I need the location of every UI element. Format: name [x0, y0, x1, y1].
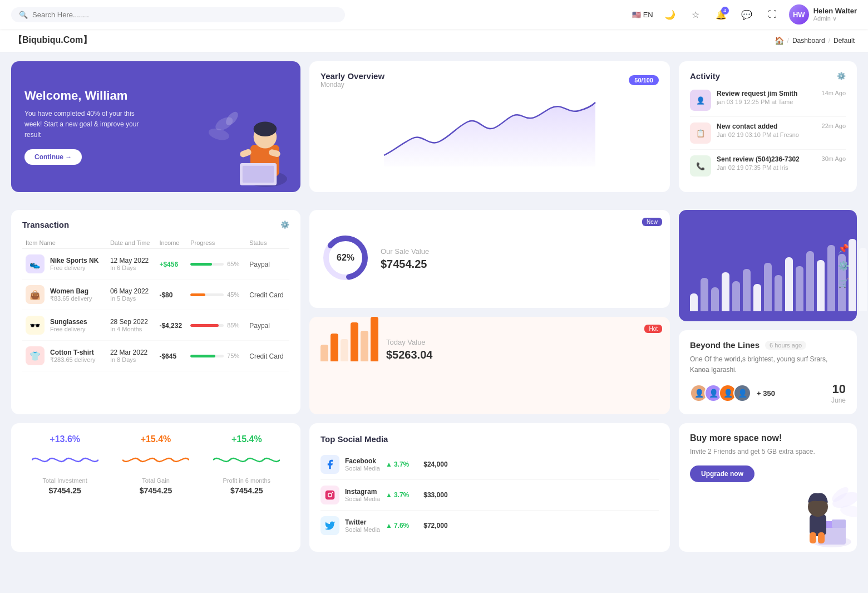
beyond-avatars: 👤 👤 👤 👤 — [690, 384, 751, 402]
continue-button[interactable]: Continue → — [24, 149, 82, 165]
row3: +13.6% Total Investment $7454.25 +15.4% … — [0, 423, 868, 561]
user-name: Helen Walter — [813, 7, 857, 15]
activity-thumb: 📞 — [690, 155, 711, 177]
tx-date: 06 May 2022 — [110, 287, 153, 295]
social-type: Social Media — [345, 526, 380, 533]
main-bar — [711, 287, 719, 311]
svg-rect-24 — [818, 532, 825, 543]
dark-mode-toggle[interactable]: 🌙 — [661, 6, 679, 23]
expand-button[interactable]: ⛶ — [763, 6, 781, 23]
tx-sub: ₹283.65 delivery — [50, 356, 96, 364]
activity-list: 👤 Review request jim Smith jan 03 19 12:… — [690, 84, 846, 182]
social-list: Facebook Social Media ▲3.7% $24,000 Inst… — [320, 449, 659, 541]
buy-space-card: Buy more space now! Invite 2 Friends and… — [679, 423, 857, 552]
table-row: 👕 Cotton T-shirt ₹283.65 delivery 22 Mar… — [22, 341, 289, 371]
breadcrumb-dashboard[interactable]: Dashboard — [792, 37, 825, 45]
breadcrumb: 🏠 / Dashboard / Default — [775, 36, 855, 45]
row1: Welcome, William You have completed 40% … — [0, 52, 868, 201]
tx-item-info: 👜 Women Bag ₹83.65 delivery — [26, 285, 103, 304]
search-wrap[interactable]: 🔍 — [11, 7, 345, 22]
tx-name: Women Bag — [50, 287, 92, 295]
progress-label: 85% — [227, 322, 239, 329]
avatar-4: 👤 — [733, 384, 751, 402]
stat-value: $7454.25 — [113, 486, 198, 495]
today-value-card: Hot Today Value $5263.04 — [309, 317, 670, 415]
buy-illustration — [779, 483, 857, 552]
progress-label: 65% — [227, 261, 239, 267]
social-name: Instagram — [345, 488, 380, 496]
progress-bar-wrap: 65% — [190, 261, 243, 267]
chart-gear-icon[interactable]: ⚙️ — [838, 261, 849, 271]
main-bar — [690, 293, 698, 312]
tx-icon: 👜 — [26, 285, 45, 304]
messages-button[interactable]: 💬 — [738, 6, 756, 23]
col-status: Status — [246, 237, 289, 249]
social-name: Twitter — [345, 518, 380, 526]
yearly-title: Yearly Overview — [320, 71, 384, 81]
tx-status: Credit Card — [249, 352, 283, 360]
social-icon — [320, 486, 339, 504]
transaction-tbody: 👟 Nike Sports NK Free delivery 12 May 20… — [22, 249, 289, 371]
tx-item-info: 👕 Cotton T-shirt ₹283.65 delivery — [26, 346, 103, 365]
tx-income: -$645 — [159, 352, 176, 360]
progress-fill — [190, 355, 215, 357]
main-bar — [743, 269, 751, 311]
transaction-table: Item Name Date and Time Income Progress … — [22, 237, 289, 371]
today-bar — [341, 339, 348, 361]
today-bar — [361, 331, 368, 361]
search-input[interactable] — [32, 11, 337, 19]
main-bar — [764, 263, 772, 311]
welcome-card: Welcome, William You have completed 40% … — [11, 61, 300, 192]
beyond-card: Beyond the Lines 6 hours ago One Of the … — [679, 330, 857, 414]
notifications-button[interactable]: 🔔 4 — [712, 6, 730, 23]
flag-icon: 🇺🇸 — [632, 11, 641, 19]
notif-badge: 4 — [721, 7, 729, 14]
stat-item: +15.4% Profit in 6 months $7454.25 — [204, 434, 289, 541]
chart-cart-icon[interactable]: 🛒 — [838, 278, 849, 288]
main-bar — [785, 257, 793, 312]
main-bar — [806, 251, 814, 311]
home-icon[interactable]: 🏠 — [775, 36, 784, 45]
main-bar — [859, 248, 867, 311]
sale-column: New 62% Our Sale Value $7454.25 Hot — [309, 210, 670, 414]
tx-name: Cotton T-shirt — [50, 349, 96, 356]
activity-title: New contact added — [717, 122, 816, 130]
tx-item-info: 👟 Nike Sports NK Free delivery — [26, 254, 103, 273]
hot-badge: Hot — [644, 325, 662, 333]
social-type: Social Media — [345, 496, 380, 502]
upgrade-button[interactable]: Upgrade now — [690, 465, 754, 482]
activity-sub: Jan 02 19 03:10 PM at Fresno — [717, 131, 816, 138]
welcome-subtitle: You have completed 40% of your this week… — [24, 109, 147, 141]
social-percent: ▲3.7% — [386, 460, 409, 468]
sale-value-card: New 62% Our Sale Value $7454.25 — [309, 210, 670, 308]
chart-pin-icon[interactable]: 📌 — [838, 243, 849, 254]
stat-wave — [122, 449, 189, 471]
beyond-title: Beyond the Lines — [690, 340, 760, 350]
topnav-right: 🇺🇸 EN 🌙 ☆ 🔔 4 💬 ⛶ HW Helen Walter Admin … — [632, 4, 857, 24]
favorites-button[interactable]: ☆ — [687, 6, 704, 23]
tx-income: +$456 — [159, 261, 178, 268]
svg-text:62%: 62% — [337, 253, 354, 262]
stat-wave — [213, 449, 280, 471]
new-badge: New — [642, 218, 662, 226]
stat-item: +13.6% Total Investment $7454.25 — [22, 434, 107, 541]
tx-date: 22 Mar 2022 — [110, 349, 153, 356]
social-percent: ▲3.7% — [386, 491, 409, 499]
tx-status: Credit Card — [249, 291, 283, 299]
brand-logo: 【Biqubiqu.Com】 — [13, 35, 92, 46]
main-bar — [817, 260, 825, 311]
activity-info: Review request jim Smith jan 03 19 12:25… — [717, 90, 816, 105]
progress-fill — [190, 293, 205, 296]
main-bar — [722, 272, 729, 311]
row2: Transaction ⚙️ Item Name Date and Time I… — [0, 210, 868, 423]
stat-label: Total Investment — [22, 477, 107, 484]
stat-percent: +15.4% — [113, 434, 198, 444]
activity-time: 22m Ago — [822, 122, 846, 129]
language-selector[interactable]: 🇺🇸 EN — [632, 11, 653, 19]
user-profile[interactable]: HW Helen Walter Admin ∨ — [789, 4, 857, 24]
transaction-settings-icon[interactable]: ⚙️ — [280, 220, 289, 229]
activity-item: 📋 New contact added Jan 02 19 03:10 PM a… — [690, 117, 846, 150]
progress-bar-wrap: 45% — [190, 291, 243, 298]
activity-settings-icon[interactable]: ⚙️ — [837, 72, 846, 80]
social-amount: $24,000 — [423, 460, 447, 468]
